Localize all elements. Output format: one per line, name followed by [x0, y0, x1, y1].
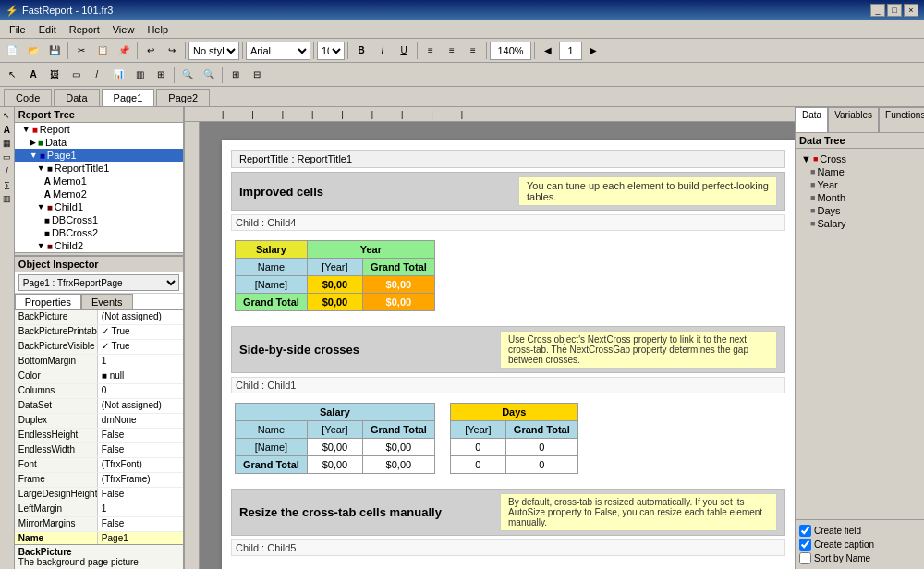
- tree-report[interactable]: ▼ ■ Report: [15, 123, 183, 136]
- menu-help[interactable]: Help: [141, 22, 174, 37]
- paste-btn[interactable]: 📌: [114, 41, 134, 61]
- tree-memo1[interactable]: A Memo1: [15, 175, 183, 188]
- side-icon-arrow[interactable]: ↖: [0, 109, 13, 122]
- close-btn[interactable]: ×: [904, 4, 918, 17]
- tree-page1[interactable]: ▼ ■ Page1: [15, 149, 183, 162]
- table-row-data1: [Name] $0,00 $0,00: [236, 276, 435, 294]
- minimize-btn[interactable]: _: [870, 4, 885, 17]
- side-icon-line[interactable]: /: [0, 164, 13, 177]
- rt-month[interactable]: ■ Month: [799, 191, 920, 204]
- obj-selector-row[interactable]: Page1 : TfrxReportPage: [15, 272, 183, 294]
- align-center-btn[interactable]: ≡: [442, 41, 462, 61]
- menu-view[interactable]: View: [107, 22, 140, 37]
- italic-btn[interactable]: I: [372, 41, 393, 61]
- right-tab-functions[interactable]: Functions: [879, 107, 924, 132]
- tree-child2[interactable]: ▼ ■ Child2: [15, 239, 183, 252]
- prev-page-btn[interactable]: ◀: [538, 41, 558, 61]
- tree-child1[interactable]: ▼ ■ Child1: [15, 200, 183, 213]
- prop-bottommargin: BottomMargin 1: [15, 355, 183, 369]
- canvas-area[interactable]: | | | | | | | | | ReportTitle : ReportTi…: [185, 107, 795, 569]
- cb-sort-by-name: Sort by Name: [799, 551, 920, 565]
- tab-data[interactable]: Data: [54, 89, 99, 106]
- barcode-btn[interactable]: ▥: [129, 65, 150, 85]
- undo-btn[interactable]: ↩: [140, 41, 161, 61]
- side-icon-text[interactable]: A: [0, 123, 13, 136]
- align-left-btn[interactable]: ≡: [420, 41, 441, 61]
- side-icon-img[interactable]: ▦: [0, 137, 13, 150]
- maximize-btn[interactable]: □: [887, 4, 902, 17]
- tb2-sep2: [222, 67, 223, 83]
- underline-btn[interactable]: U: [394, 41, 414, 61]
- snap-btn[interactable]: ⊟: [247, 65, 267, 85]
- right-tab-variables[interactable]: Variables: [828, 107, 879, 132]
- text-btn[interactable]: A: [23, 65, 43, 85]
- tree-memo2[interactable]: A Memo2: [15, 188, 183, 200]
- style-select[interactable]: No style: [188, 42, 239, 60]
- days-year-sub: [Year]: [450, 421, 505, 439]
- open-btn[interactable]: 📂: [23, 41, 43, 61]
- bold-btn[interactable]: B: [351, 41, 371, 61]
- child1-label: Child : Child1: [231, 377, 785, 393]
- crosstab-btn[interactable]: ⊞: [151, 65, 171, 85]
- cell-gt-total-val: $0,00: [362, 294, 434, 311]
- right-tab-data[interactable]: Data: [796, 107, 828, 132]
- zoom-input[interactable]: [490, 42, 531, 60]
- tree-dbcross1[interactable]: ■ DBCross1: [15, 213, 183, 226]
- tree-data[interactable]: ▶ ■ Data: [15, 136, 183, 149]
- tree-dbcross2[interactable]: ■ DBCross2: [15, 226, 183, 239]
- rt-cross-icon: ■: [813, 154, 818, 163]
- left-wrapper: ↖ A ▦ ▭ / ∑ ▥ Report Tree ▼ ■ Report ▶ ■…: [0, 107, 185, 569]
- zoom-out-btn[interactable]: 🔍: [199, 65, 219, 85]
- prop-frame: Frame (TfrxFrame): [15, 473, 183, 488]
- tree-reporttitle[interactable]: ▼ ■ ReportTitle1: [15, 162, 183, 175]
- shape-btn[interactable]: ▭: [66, 65, 86, 85]
- page-input[interactable]: [559, 42, 582, 60]
- tab-page2[interactable]: Page2: [156, 89, 210, 106]
- side-icon-sigma[interactable]: ∑: [0, 178, 13, 191]
- rt-salary[interactable]: ■ Salary: [799, 217, 920, 230]
- zoom-in-btn[interactable]: 🔍: [177, 65, 198, 85]
- chart-btn[interactable]: 📊: [108, 65, 128, 85]
- side-icon-bar[interactable]: ▥: [0, 192, 13, 205]
- rt-year[interactable]: ■ Year: [799, 178, 920, 191]
- cb-create-caption-input[interactable]: [799, 539, 811, 551]
- menu-bar: File Edit Report View Help: [0, 20, 924, 39]
- menu-edit[interactable]: Edit: [33, 22, 62, 37]
- canvas-body: ReportTitle : ReportTitle1 Improved cell…: [185, 122, 795, 569]
- menu-file[interactable]: File: [4, 22, 31, 37]
- rt-days[interactable]: ■ Days: [799, 204, 920, 217]
- align-right-btn[interactable]: ≡: [463, 41, 483, 61]
- props-tab-properties[interactable]: Properties: [15, 294, 81, 309]
- copy-btn[interactable]: 📋: [92, 41, 113, 61]
- pointer-btn[interactable]: ↖: [2, 65, 22, 85]
- redo-btn[interactable]: ↪: [162, 41, 182, 61]
- tab-page1[interactable]: Page1: [102, 89, 155, 106]
- menu-report[interactable]: Report: [64, 22, 105, 37]
- sep7: [417, 42, 418, 59]
- rt-name[interactable]: ■ Name: [799, 165, 920, 178]
- report-tree: ▼ ■ Report ▶ ■ Data ▼ ■ Page1 ▼ ■ Re: [15, 123, 183, 252]
- title-bar-controls[interactable]: _ □ ×: [870, 4, 918, 17]
- font-select[interactable]: Arial: [246, 42, 310, 60]
- tab-code[interactable]: Code: [4, 89, 52, 106]
- obj-selector-dropdown[interactable]: Page1 : TfrxReportPage: [18, 274, 179, 291]
- new-btn[interactable]: 📄: [2, 41, 22, 61]
- memo2-icon: A: [44, 189, 51, 200]
- grid-btn[interactable]: ⊞: [225, 65, 246, 85]
- fontsize-select[interactable]: 10: [317, 42, 345, 60]
- cross-table-days: Days [Year] Grand Total 0 0 0: [450, 403, 578, 474]
- side-icon-shape[interactable]: ▭: [0, 151, 13, 163]
- sep8: [486, 42, 487, 59]
- cb-sort-by-name-input[interactable]: [799, 552, 811, 564]
- props-tab-events[interactable]: Events: [81, 294, 133, 309]
- save-btn[interactable]: 💾: [44, 41, 65, 61]
- section3-header: Resize the cross-tab cells manually By d…: [231, 489, 785, 536]
- rt-cross[interactable]: ▼ ■ Cross: [799, 152, 920, 165]
- line-btn[interactable]: /: [87, 65, 107, 85]
- cb-create-field-input[interactable]: [799, 525, 811, 537]
- cb-create-caption: Create caption: [799, 538, 920, 551]
- image-btn[interactable]: 🖼: [44, 65, 65, 85]
- next-page-btn[interactable]: ▶: [583, 41, 603, 61]
- right-bottom: Create field Create caption Sort by Name: [796, 519, 924, 569]
- cut-btn[interactable]: ✂: [71, 41, 91, 61]
